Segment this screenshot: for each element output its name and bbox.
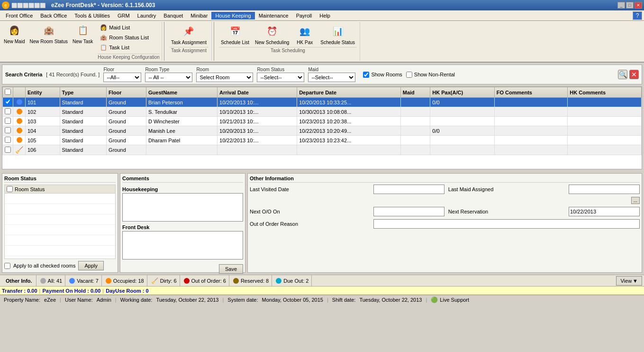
task-scheduling-label: Task Scheduling — [219, 47, 357, 53]
task-assignment-btn[interactable]: 📌 Task Assignment — [169, 23, 209, 46]
menu-help[interactable]: Help — [316, 12, 334, 19]
room-status-header-checkbox[interactable] — [7, 186, 13, 192]
row-checkbox-cell[interactable] — [3, 145, 13, 155]
menu-tools[interactable]: Tools & Utilities — [71, 12, 114, 19]
out-of-order-input[interactable] — [373, 219, 640, 229]
last-visited-input[interactable] — [373, 185, 444, 194]
view-btn-container: View ▼ — [616, 276, 642, 286]
next-oo-input[interactable] — [373, 207, 444, 216]
room-status-panel: Room Status Room Status Apply to all che… — [2, 173, 118, 273]
schedule-list-btn[interactable]: 📅 Schedule List — [219, 23, 251, 46]
col-departure: Departure Date — [297, 87, 401, 98]
apply-button[interactable]: Apply — [78, 261, 104, 270]
task-list-item[interactable]: 📋 Task List — [98, 43, 160, 52]
search-close-btn[interactable]: ✕ — [629, 70, 639, 79]
row-checkbox[interactable] — [5, 127, 11, 133]
row-checkbox-cell[interactable] — [3, 136, 13, 145]
room-status-row-6[interactable] — [5, 246, 115, 256]
next-reservation-label: Next Reservation — [448, 209, 565, 214]
search-criteria-bar: Search Criteria [ 41 Record(s) Found. ] … — [2, 65, 642, 84]
save-btn-container: Save — [122, 264, 243, 274]
last-maid-input[interactable] — [569, 185, 640, 194]
new-task-btn[interactable]: 📋 New Task — [71, 22, 95, 61]
row-checkbox-cell[interactable] — [3, 126, 13, 136]
room-status-select[interactable]: --Select-- — [257, 73, 304, 82]
table-row[interactable]: 101 Standard Ground Brian Peterson 10/20… — [3, 98, 642, 107]
menu-laundry[interactable]: Laundry — [134, 12, 160, 19]
room-status-list-item[interactable]: 🏨 Room Status List — [98, 33, 160, 42]
table-row[interactable]: 102 Standard Ground S. Tendulkar 10/10/2… — [3, 107, 642, 117]
room-type-select[interactable]: -- All -- — [145, 73, 192, 82]
row-checkbox-cell[interactable] — [3, 117, 13, 126]
row-checkbox[interactable] — [5, 118, 11, 124]
row-checkbox[interactable] — [5, 137, 11, 143]
row-hk-comments — [568, 98, 642, 107]
row-entity: 104 — [26, 126, 60, 136]
search-refresh-btn[interactable]: 🔍 — [618, 70, 627, 79]
status-due-out[interactable]: Due Out: 2 — [273, 275, 312, 286]
table-row[interactable]: 103 Standard Ground D Winchester 10/21/2… — [3, 117, 642, 126]
status-all[interactable]: All: 41 — [37, 275, 66, 286]
new-room-status-btn[interactable]: 🏨 New Room Status — [27, 22, 70, 61]
menu-front-office[interactable]: Front Office — [2, 12, 36, 19]
menu-back-office[interactable]: Back Office — [36, 12, 71, 19]
row-checkbox[interactable] — [5, 147, 11, 153]
main-table-container: Entity Type Floor GuestName Arrival Date… — [2, 86, 642, 169]
row-floor: Ground — [107, 126, 146, 136]
menu-maintenance[interactable]: Maintenance — [255, 12, 292, 19]
menu-banquet[interactable]: Banquet — [160, 12, 187, 19]
show-rooms-checkbox[interactable] — [363, 72, 369, 78]
menu-payroll[interactable]: Payroll — [292, 12, 316, 19]
room-status-row-2[interactable] — [5, 204, 115, 214]
help-icon[interactable]: ? — [633, 11, 642, 20]
close-btn[interactable]: ✕ — [635, 2, 642, 9]
status-dirty[interactable]: 🧹 Dirty: 6 — [148, 275, 180, 286]
apply-all-checkbox[interactable] — [4, 263, 10, 269]
maid-select[interactable]: --Select-- — [308, 73, 355, 82]
show-non-rental-checkbox[interactable] — [406, 72, 412, 78]
restore-btn[interactable]: □ — [626, 2, 634, 9]
floor-select[interactable]: --All-- — [103, 73, 141, 82]
schedule-status-btn[interactable]: 📊 Schedule Status — [318, 23, 357, 46]
room-status-row-1[interactable] — [5, 194, 115, 204]
status-out-of-order[interactable]: Out of Order: 6 — [181, 275, 229, 286]
menu-grm[interactable]: GRM — [114, 12, 134, 19]
status-dirty-icon: 🧹 — [151, 278, 158, 284]
next-reservation-input[interactable] — [569, 207, 640, 216]
room-status-row-3[interactable] — [5, 214, 115, 225]
window-controls[interactable]: _ □ ✕ — [617, 2, 642, 9]
live-support-btn[interactable]: 🟢 Live Support — [431, 296, 469, 303]
row-checkbox-cell[interactable] — [3, 107, 13, 117]
other-info-btn[interactable]: Other Info. — [2, 275, 36, 286]
table-row[interactable]: 🧹 106 Standard Ground — [3, 145, 642, 155]
search-fields: Floor --All-- Room Type -- All -- Room S… — [103, 67, 614, 82]
select-all-checkbox[interactable] — [5, 89, 11, 95]
room-select[interactable]: Select Room — [196, 73, 253, 82]
minimize-btn[interactable]: _ — [617, 2, 625, 9]
table-row[interactable]: 105 Standard Ground Dharam Patel 10/22/2… — [3, 136, 642, 145]
table-row[interactable]: 104 Standard Ground Manish Lee 10/20/201… — [3, 126, 642, 136]
new-scheduling-btn[interactable]: ⏰ New Scheduling — [253, 23, 291, 46]
maid-list-item[interactable]: 👩 Maid List — [98, 23, 160, 32]
new-maid-btn[interactable]: 👩 New Maid — [2, 22, 27, 61]
room-status-row-4[interactable] — [5, 225, 115, 235]
col-arrival: Arrival Date — [218, 87, 297, 98]
row-arrival: 10/10/2013 10:... — [218, 107, 297, 117]
row-fo-comments — [494, 145, 568, 155]
view-button[interactable]: View ▼ — [616, 276, 642, 286]
save-button[interactable]: Save — [219, 264, 243, 274]
status-reserved[interactable]: Reserved: 8 — [230, 275, 272, 286]
row-checkbox[interactable] — [5, 108, 11, 114]
fd-comment-textarea[interactable] — [122, 231, 243, 259]
menu-housekeeping[interactable]: House Keeping — [211, 12, 254, 19]
hk-pax-btn[interactable]: 👥 HK Pax — [293, 23, 317, 46]
status-vacant[interactable]: Vacant: 7 — [66, 275, 102, 286]
room-status-row-5[interactable] — [5, 235, 115, 246]
status-occupied[interactable]: Occupied: 18 — [103, 275, 147, 286]
row-guest: S. Tendulkar — [146, 107, 217, 117]
row-checkbox-cell[interactable] — [3, 98, 13, 107]
row-checkbox[interactable] — [5, 99, 11, 105]
menu-minibar[interactable]: Minibar — [187, 12, 211, 19]
ellipsis-button[interactable]: ... — [631, 197, 640, 204]
hk-comment-textarea[interactable] — [122, 193, 243, 222]
